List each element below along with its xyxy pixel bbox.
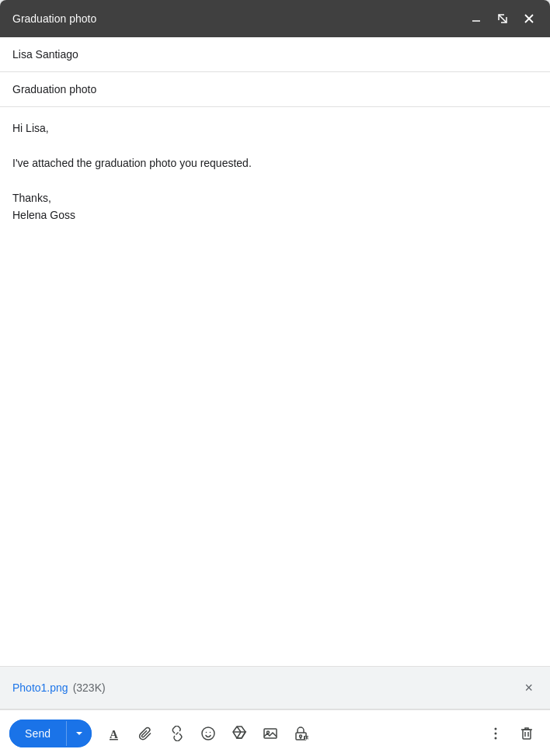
emoji-button[interactable]: [194, 721, 222, 746]
body-area[interactable]: Hi Lisa, I've attached the graduation ph…: [0, 107, 550, 666]
format-text-button[interactable]: A: [101, 721, 129, 746]
subject-field-row[interactable]: Graduation photo: [0, 72, 550, 107]
svg-point-16: [495, 737, 497, 739]
more-options-button[interactable]: [482, 721, 510, 746]
insert-photo-button[interactable]: [256, 721, 284, 746]
compose-window: Graduation photo: [0, 0, 550, 756]
send-button-group: Send: [9, 720, 92, 747]
svg-point-15: [495, 732, 497, 734]
minimize-button[interactable]: [468, 12, 485, 26]
toolbar: Send A: [0, 709, 550, 756]
svg-rect-8: [264, 729, 277, 738]
to-field-row[interactable]: Lisa Santiago: [0, 37, 550, 72]
attachment-area: Photo1.png (323K) ×: [0, 666, 550, 709]
svg-point-14: [495, 727, 497, 730]
attachment-filename: Photo1.png: [12, 681, 68, 694]
expand-button[interactable]: [494, 12, 511, 26]
svg-point-11: [300, 735, 302, 737]
attach-files-button[interactable]: [132, 721, 160, 746]
svg-line-1: [499, 15, 506, 23]
close-button[interactable]: [520, 12, 538, 26]
to-field-value: Lisa Santiago: [12, 48, 78, 61]
body-text: Hi Lisa, I've attached the graduation ph…: [12, 120, 538, 224]
compose-title: Graduation photo: [12, 12, 96, 25]
confidential-button[interactable]: 123: [287, 720, 317, 747]
subject-field-value: Graduation photo: [12, 83, 96, 95]
title-bar: Graduation photo: [0, 0, 550, 37]
svg-point-7: [210, 731, 211, 733]
send-button[interactable]: Send: [9, 720, 66, 747]
svg-rect-17: [523, 730, 531, 739]
svg-text:A: A: [110, 728, 118, 740]
insert-link-button[interactable]: [163, 721, 191, 746]
attachment-size: (323K): [73, 681, 106, 694]
attachment-info: Photo1.png (323K): [12, 681, 106, 694]
send-dropdown-button[interactable]: [66, 721, 92, 746]
svg-point-6: [206, 731, 207, 733]
attachment-remove-button[interactable]: ×: [520, 679, 538, 696]
drive-button[interactable]: [225, 721, 253, 746]
title-bar-actions: [468, 12, 538, 26]
delete-button[interactable]: [513, 721, 541, 746]
svg-text:123: 123: [305, 736, 311, 740]
svg-point-5: [202, 727, 214, 740]
